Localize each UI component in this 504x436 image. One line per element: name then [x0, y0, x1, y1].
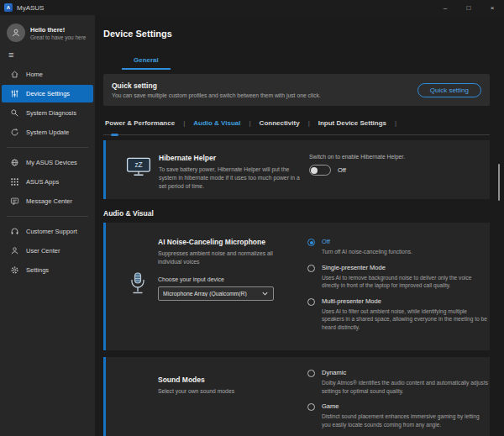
sidebar-item-label: System Diagnosis [26, 109, 76, 117]
sidebar: Hello there! Great to have you here ≡ Ho… [0, 15, 95, 436]
input-device-select[interactable]: Microphone Array (Qualcomm(R) [158, 286, 274, 301]
maximize-button[interactable]: □ [457, 0, 480, 15]
gear-icon [10, 265, 19, 275]
hibernate-description: To save battery power, Hibernate Helper … [159, 165, 303, 191]
home-icon [10, 70, 19, 79]
user-icon [10, 246, 19, 255]
ai-noise-canceling-card: AI Noise-Canceling Microphone Suppresses… [103, 223, 490, 350]
tab-separator: | [308, 119, 310, 127]
tab-power-performance[interactable]: Power & Performance [103, 119, 176, 127]
devices-globe-icon [10, 158, 19, 167]
close-button[interactable]: × [480, 0, 504, 15]
sound-modes-title: Sound Modes [158, 376, 307, 384]
radio-icon [307, 298, 315, 306]
sidebar-item-label: My ASUS Devices [26, 159, 77, 166]
sidebar-item-user-center[interactable]: User Center [2, 242, 93, 260]
horizontal-scrollbar[interactable] [103, 134, 490, 135]
sidebar-item-settings[interactable]: Settings [2, 261, 93, 279]
vertical-scrollbar-thumb[interactable] [498, 164, 500, 201]
hibernate-title: Hibernate Helper [159, 154, 303, 162]
sidebar-item-label: Message Center [26, 197, 72, 205]
mic-option-multi-presenter[interactable]: Multi-presenter Mode Uses AI to filter o… [307, 297, 490, 332]
titlebar: A MyASUS – □ × [0, 0, 504, 15]
sidebar-item-label: User Center [26, 247, 60, 255]
diagnosis-magnifier-icon [10, 108, 19, 118]
sidebar-divider [7, 147, 88, 148]
sidebar-item-asus-apps[interactable]: ASUS Apps [2, 173, 93, 191]
tab-separator: | [183, 119, 185, 127]
myasus-window: A MyASUS – □ × Hello there! Great to hav… [0, 0, 504, 436]
sidebar-item-home[interactable]: Home [2, 66, 93, 83]
window-title: MyASUS [17, 4, 44, 12]
greeting-title: Hello there! [30, 26, 87, 34]
horizontal-scrollbar-thumb[interactable] [111, 134, 118, 136]
sidebar-item-label: ASUS Apps [26, 178, 59, 186]
sound-modes-card: Sound Modes Select your own sound modes … [103, 357, 490, 436]
radio-description: Distinct sound placement enhances immers… [322, 412, 490, 428]
update-refresh-icon [10, 128, 19, 137]
microphone-icon [128, 271, 148, 300]
main-content: Device Settings General Quick setting Yo… [95, 15, 504, 436]
svg-text:zZ: zZ [134, 160, 142, 169]
radio-selected-icon [307, 239, 315, 246]
sound-modes-description: Select your own sound modes [158, 387, 307, 396]
hibernate-monitor-icon: zZ [126, 157, 151, 199]
sidebar-item-my-asus-devices[interactable]: My ASUS Devices [2, 154, 93, 171]
hamburger-menu-icon[interactable]: ≡ [0, 49, 95, 65]
sidebar-item-label: Device Settings [26, 90, 70, 97]
tab-bar: General [122, 50, 171, 66]
person-icon [11, 28, 21, 38]
radio-icon [307, 265, 315, 272]
quick-setting-description: You can save multiple custom profiles an… [112, 92, 417, 98]
quick-setting-title: Quick setting [112, 81, 417, 90]
mic-option-off[interactable]: Off Turn off AI noise-canceling function… [307, 238, 490, 256]
app-logo-icon: A [4, 3, 13, 12]
radio-label: Single-presenter Mode [322, 264, 490, 271]
radio-label: Game [322, 402, 490, 410]
mic-option-single-presenter[interactable]: Single-presenter Mode Uses AI to remove … [307, 264, 490, 290]
settings-scroll-area: zZ Hibernate Helper To save battery powe… [95, 140, 504, 436]
input-device-value: Microphone Array (Qualcomm(R) [163, 291, 261, 297]
hibernate-toggle-state: Off [338, 166, 346, 174]
quick-setting-button[interactable]: Quick setting [417, 83, 481, 97]
tab-input-device-settings[interactable]: Input Device Settings [317, 119, 388, 127]
mic-card-title: AI Noise-Canceling Microphone [158, 238, 307, 246]
device-settings-tabs: Power & Performance | Audio & Visual | C… [103, 119, 504, 127]
hibernate-helper-card: zZ Hibernate Helper To save battery powe… [103, 140, 490, 199]
radio-icon [307, 403, 315, 411]
tab-separator: | [395, 119, 396, 127]
sidebar-item-label: Settings [26, 266, 49, 274]
sidebar-item-label: Home [26, 71, 43, 78]
sidebar-item-label: System Update [26, 129, 69, 136]
radio-description: Uses AI to filter out ambient noise, whi… [322, 307, 490, 332]
tab-connectivity[interactable]: Connectivity [258, 119, 302, 127]
hibernate-toggle[interactable] [309, 165, 331, 176]
sound-option-game[interactable]: Game Distinct sound placement enhances i… [307, 402, 490, 428]
user-profile[interactable]: Hello there! Great to have you here [0, 24, 95, 49]
section-label-audio-visual: Audio & Visual [103, 209, 504, 218]
tab-audio-visual[interactable]: Audio & Visual [192, 119, 242, 127]
sidebar-item-label: Customer Support [26, 228, 77, 235]
tab-separator: | [249, 119, 251, 127]
headset-icon [10, 227, 19, 236]
sliders-icon [10, 89, 19, 98]
sidebar-item-customer-support[interactable]: Customer Support [2, 223, 93, 240]
greeting-subtitle: Great to have you here [30, 34, 87, 40]
sidebar-item-system-diagnosis[interactable]: System Diagnosis [2, 104, 93, 122]
sidebar-item-system-update[interactable]: System Update [2, 123, 93, 141]
mic-card-description: Suppresses ambient noise and normalizes … [158, 250, 297, 266]
hibernate-switch-hint: Switch on to enable Hibernate Helper. [309, 154, 405, 160]
radio-description: Uses AI to remove background noise to de… [322, 274, 490, 290]
minimize-button[interactable]: – [433, 0, 457, 15]
input-device-label: Choose your input device [158, 276, 307, 282]
message-icon [10, 197, 19, 206]
radio-label: Off [322, 238, 412, 245]
apps-grid-icon [10, 177, 19, 186]
page-title: Device Settings [103, 29, 504, 39]
sidebar-item-message-center[interactable]: Message Center [2, 192, 93, 210]
sidebar-item-device-settings[interactable]: Device Settings [2, 85, 93, 102]
tab-general[interactable]: General [122, 56, 171, 70]
sound-option-dynamic[interactable]: Dynamic Dolby Atmos® identifies the audi… [307, 369, 490, 395]
toggle-knob [311, 167, 318, 174]
radio-description: Turn off AI noise-canceling functions. [322, 248, 412, 256]
